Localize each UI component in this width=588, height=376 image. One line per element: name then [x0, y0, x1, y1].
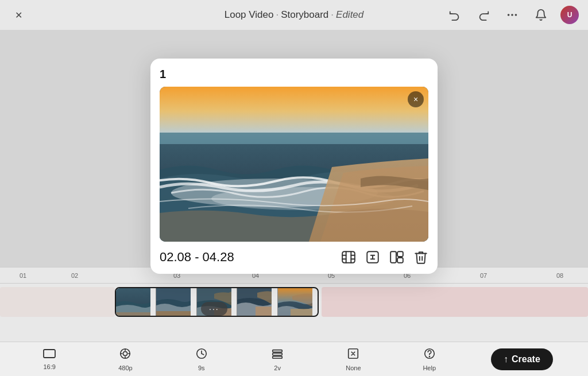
- none-button[interactable]: None: [339, 347, 368, 371]
- help-label: Help: [423, 365, 436, 371]
- user-avatar[interactable]: U: [560, 6, 579, 24]
- storyboard-label: Storyboard: [281, 9, 328, 21]
- svg-point-0: [508, 14, 510, 16]
- right-pink-overlay: [322, 287, 588, 317]
- popup-close-button[interactable]: ×: [408, 91, 424, 107]
- layers-button[interactable]: 2v: [263, 347, 292, 371]
- popup-time-range: 02.08 - 04.28: [160, 250, 234, 265]
- svg-rect-11: [397, 251, 403, 257]
- track-area: ···: [0, 285, 588, 319]
- resolution-button[interactable]: 480p: [111, 347, 140, 371]
- clip-frame-4: [237, 288, 277, 316]
- svg-rect-16: [156, 311, 191, 316]
- svg-rect-27: [273, 350, 283, 352]
- undo-button[interactable]: [446, 6, 464, 24]
- create-upload-icon: ↑: [504, 354, 508, 365]
- duration-button[interactable]: 9s: [187, 347, 216, 371]
- more-options-button[interactable]: [503, 6, 521, 24]
- clip-frame-5: [278, 288, 318, 316]
- svg-rect-14: [116, 312, 150, 316]
- svg-rect-12: [397, 258, 403, 263]
- popup-action-buttons: [341, 250, 428, 265]
- svg-rect-8: [342, 251, 355, 263]
- header-right: U: [446, 6, 579, 24]
- duration-icon: [195, 347, 208, 363]
- app-title: Loop Video: [225, 9, 274, 21]
- edited-label: Edited: [336, 9, 363, 21]
- layers-label: 2v: [274, 365, 281, 371]
- layers-icon: [271, 347, 284, 363]
- svg-rect-10: [390, 251, 396, 263]
- layout-button[interactable]: [389, 250, 404, 265]
- delete-button[interactable]: [413, 250, 428, 265]
- header: ✕ Loop Video · Storyboard · Edited: [0, 0, 588, 30]
- notifications-button[interactable]: [532, 6, 550, 24]
- create-button[interactable]: ↑ Create: [491, 348, 553, 370]
- svg-point-1: [511, 14, 513, 16]
- help-button[interactable]: Help: [415, 347, 444, 371]
- aspect-ratio-button[interactable]: 16:9: [35, 348, 64, 370]
- aspect-ratio-icon: [43, 348, 56, 362]
- text-overlay-button[interactable]: [365, 250, 380, 265]
- clip-frame-2: [156, 288, 196, 316]
- popup-card: 1: [150, 59, 438, 274]
- ruler-mark-01: 01: [20, 272, 26, 279]
- svg-point-25: [123, 351, 127, 355]
- left-pink-overlay: [0, 287, 115, 317]
- beach-scene-svg: [160, 87, 428, 242]
- separator-1: ·: [276, 9, 278, 21]
- ruler-mark-07: 07: [480, 272, 487, 279]
- popup-footer: 02.08 - 04.28: [160, 250, 428, 265]
- create-label: Create: [512, 354, 540, 365]
- clip-button[interactable]: [341, 250, 356, 265]
- main-area: 1: [0, 30, 588, 267]
- svg-rect-29: [273, 356, 283, 358]
- timeline-area: 01 02 03 04 05 06 07 08: [0, 267, 588, 342]
- clip-options-button[interactable]: ···: [201, 302, 227, 316]
- ruler-mark-02: 02: [71, 272, 78, 279]
- svg-rect-23: [44, 350, 55, 358]
- popup-clip-number: 1: [160, 68, 428, 81]
- none-label: None: [346, 365, 361, 371]
- resolution-label: 480p: [118, 365, 132, 371]
- svg-point-2: [515, 14, 517, 16]
- clip-frame-1: [116, 288, 156, 316]
- bottom-toolbar: 16:9 480p 9s 2v: [0, 342, 588, 376]
- svg-rect-28: [273, 353, 283, 355]
- resolution-icon: [119, 347, 131, 363]
- none-icon: [347, 347, 359, 363]
- ruler-mark-08: 08: [556, 272, 563, 279]
- header-left: ✕: [9, 6, 28, 24]
- separator-2: ·: [331, 9, 334, 21]
- redo-button[interactable]: [474, 6, 493, 24]
- popup-image: ×: [160, 87, 428, 242]
- duration-label: 9s: [198, 365, 205, 371]
- svg-rect-20: [256, 307, 272, 316]
- header-center: Loop Video · Storyboard · Edited: [225, 9, 364, 21]
- svg-point-32: [429, 356, 430, 356]
- close-button[interactable]: ✕: [9, 6, 28, 24]
- svg-rect-22: [291, 309, 312, 316]
- help-icon: [423, 347, 436, 363]
- aspect-ratio-label: 16:9: [43, 363, 55, 370]
